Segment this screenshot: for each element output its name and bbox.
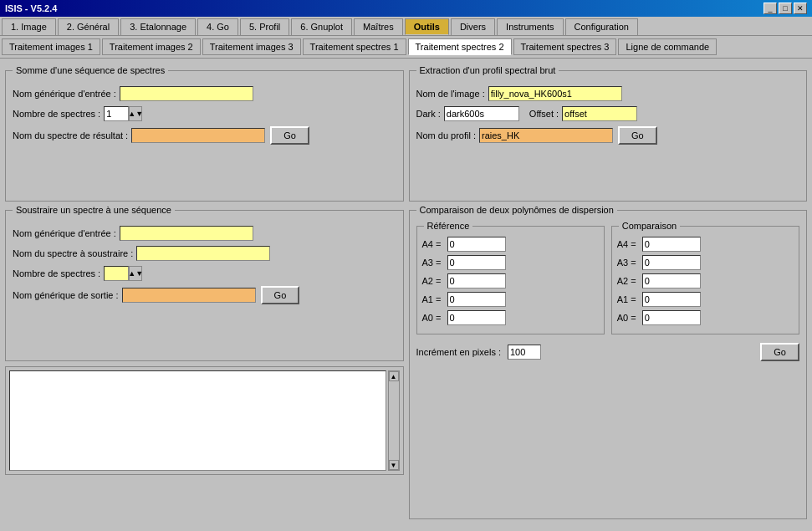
soustraction-panel: Soustraire un spectre à une séquence Nom… (5, 210, 404, 361)
comp-A4-label: A4 = (617, 239, 642, 249)
sous-go-button[interactable]: Go (261, 286, 300, 304)
somme-nom-resultat-row: Nom du spectre de résultat : Go (13, 126, 396, 145)
ref-A4-input[interactable] (447, 237, 506, 252)
scrollbar-up-arrow[interactable]: ▲ (389, 371, 399, 381)
minimize-button[interactable]: _ (763, 3, 777, 14)
comparaison-panel: Comparaison de deux polynômes de dispers… (409, 210, 808, 519)
somme-nom-entree-row: Nom générique d'entrée : (13, 86, 396, 101)
subtab-traitement-spectres-2[interactable]: Traitement spectres 2 (408, 38, 512, 55)
tab-etalonnage[interactable]: 3. Etalonnage (120, 18, 196, 35)
comp-A4-input[interactable] (642, 237, 701, 252)
sous-nom-soustraire-row: Nom du spectre à soustraire : (13, 246, 396, 261)
tab-go[interactable]: 4. Go (197, 18, 238, 35)
somme-panel: Somme d'une séquence de spectres Nom gén… (5, 70, 404, 202)
sous-nom-sortie-row: Nom générique de sortie : Go (13, 286, 396, 304)
comparaison-panel-title: Comparaison de deux polynômes de dispers… (416, 205, 617, 215)
ref-A2-input[interactable] (447, 273, 506, 288)
sous-nom-sortie-input[interactable] (122, 288, 256, 303)
window-controls: _ □ ✕ (763, 3, 807, 14)
tab-image[interactable]: 1. Image (2, 18, 56, 35)
ref-A2-label: A2 = (422, 276, 447, 286)
ref-A0-input[interactable] (447, 310, 506, 325)
comp-title: Comparaison (619, 221, 680, 231)
sous-nombre-label: Nombre de spectres : (13, 268, 100, 278)
increment-input[interactable] (508, 345, 541, 360)
somme-nombre-spinner[interactable]: ▲▼ (129, 106, 142, 121)
subtab-traitement-images-2[interactable]: Traitement images 2 (102, 38, 201, 55)
tab-profil[interactable]: 5. Profil (240, 18, 289, 35)
app-title: ISIS - V5.2.4 (5, 3, 57, 13)
output-textarea[interactable] (9, 370, 386, 471)
sous-nom-entree-label: Nom générique d'entrée : (13, 228, 116, 238)
extraction-nom-image-row: Nom de l'image : (416, 86, 800, 101)
increment-row: Incrément en pixels : Go (416, 343, 800, 361)
increment-label: Incrément en pixels : (416, 347, 502, 357)
tab-instruments[interactable]: Instruments (497, 18, 563, 35)
somme-nom-resultat-label: Nom du spectre de résultat : (13, 130, 128, 140)
sub-menu-bar: Traitement images 1 Traitement images 2 … (0, 36, 812, 59)
comp-A3-input[interactable] (642, 255, 701, 270)
sous-nom-soustraire-label: Nom du spectre à soustraire : (13, 248, 133, 258)
subtab-traitement-images-3[interactable]: Traitement images 3 (202, 38, 301, 55)
somme-nombre-input[interactable] (104, 106, 129, 121)
text-area-panel: ▲ ▼ (5, 366, 404, 475)
sous-nom-entree-row: Nom générique d'entrée : (13, 226, 396, 241)
tab-configuration[interactable]: Configuration (565, 18, 638, 35)
subtab-traitement-spectres-3[interactable]: Traitement spectres 3 (513, 38, 617, 55)
somme-nom-resultat-input[interactable] (131, 128, 265, 143)
comp-A0-input[interactable] (642, 310, 701, 325)
extraction-dark-offset-row: Dark : Offset : (416, 106, 800, 121)
close-button[interactable]: ✕ (794, 3, 807, 14)
sous-nom-soustraire-input[interactable] (136, 246, 270, 261)
ref-A4-label: A4 = (422, 239, 447, 249)
extraction-offset-label: Offset : (529, 109, 559, 119)
tab-maitres[interactable]: Maîtres (354, 18, 403, 35)
tab-gnuplot[interactable]: 6. Gnuplot (291, 18, 352, 35)
sous-nom-entree-input[interactable] (120, 226, 253, 241)
extraction-nom-profil-input[interactable] (479, 128, 613, 143)
tab-divers[interactable]: Divers (451, 18, 495, 35)
ref-A3-input[interactable] (447, 255, 506, 270)
comp-section: Comparaison A4 = A3 = A2 = (611, 226, 799, 334)
extraction-go-button[interactable]: Go (618, 126, 657, 145)
somme-nombre-row: Nombre de spectres : ▲▼ (13, 106, 396, 121)
comp-A1-input[interactable] (642, 292, 701, 307)
extraction-nom-profil-label: Nom du profil : (416, 130, 477, 140)
comp-A2-row: A2 = (617, 273, 794, 288)
sous-nombre-input[interactable] (104, 266, 129, 281)
scrollbar-track (389, 381, 399, 460)
maximize-button[interactable]: □ (779, 3, 792, 14)
comp-A2-label: A2 = (617, 276, 642, 286)
extraction-offset-input[interactable] (562, 106, 637, 121)
subtab-traitement-images-1[interactable]: Traitement images 1 (2, 38, 100, 55)
title-bar: ISIS - V5.2.4 _ □ ✕ (0, 0, 812, 17)
ref-A0-label: A0 = (422, 313, 447, 323)
ref-A2-row: A2 = (422, 273, 599, 288)
ref-A1-input[interactable] (447, 292, 506, 307)
extraction-dark-input[interactable] (444, 106, 519, 121)
comp-A3-label: A3 = (617, 258, 642, 268)
comp-A4-row: A4 = (617, 237, 794, 252)
sous-nombre-spinner[interactable]: ▲▼ (129, 266, 142, 281)
somme-nom-entree-input[interactable] (120, 86, 253, 101)
comp-A0-label: A0 = (617, 313, 642, 323)
main-content: Somme d'une séquence de spectres Nom gén… (0, 59, 812, 524)
subtab-ligne-commande[interactable]: Ligne de commande (618, 38, 717, 55)
sous-nombre-row: Nombre de spectres : ▲▼ (13, 266, 396, 281)
tab-general[interactable]: 2. Général (58, 18, 119, 35)
somme-go-button[interactable]: Go (270, 126, 309, 145)
tab-outils[interactable]: Outils (405, 18, 449, 35)
comparaison-go-button[interactable]: Go (760, 343, 799, 361)
ref-A1-label: A1 = (422, 294, 447, 304)
comp-A2-input[interactable] (642, 273, 701, 288)
extraction-dark-label: Dark : (416, 109, 441, 119)
ref-A0-row: A0 = (422, 310, 599, 325)
subtab-traitement-spectres-1[interactable]: Traitement spectres 1 (303, 38, 406, 55)
extraction-nom-image-label: Nom de l'image : (416, 89, 485, 99)
scrollbar-down-arrow[interactable]: ▼ (389, 460, 399, 470)
comp-A1-label: A1 = (617, 294, 642, 304)
extraction-panel-title: Extraction d'un profil spectral brut (416, 65, 559, 75)
soustraction-panel-title: Soustraire un spectre à une séquence (13, 205, 175, 215)
extraction-nom-image-input[interactable] (488, 86, 622, 101)
reference-title: Référence (424, 221, 473, 231)
